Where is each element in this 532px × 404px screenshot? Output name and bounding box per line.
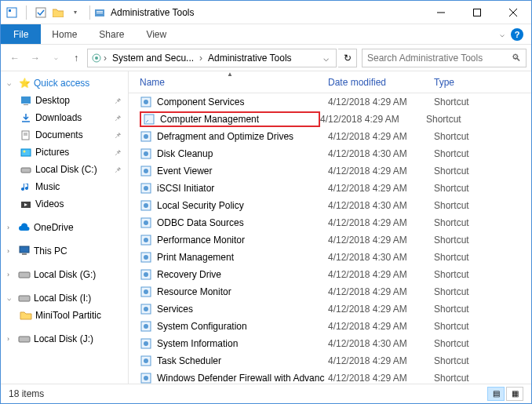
caret-icon[interactable]: › [7, 335, 15, 343]
svg-point-40 [144, 220, 148, 225]
shortcut-icon [140, 303, 152, 315]
file-tab[interactable]: File [1, 24, 41, 44]
file-row[interactable]: Task Scheduler4/12/2018 4:29 AMShortcut [129, 352, 531, 369]
column-type[interactable]: Type [434, 77, 454, 88]
chevron-icon[interactable]: › [199, 53, 202, 64]
svg-point-52 [144, 324, 148, 329]
file-list[interactable]: Component Services4/12/2018 4:29 AMShort… [129, 93, 531, 384]
file-row[interactable]: ODBC Data Sources4/12/2018 4:29 AMShortc… [129, 214, 531, 231]
item-icon [20, 111, 32, 124]
sidebar-item[interactable]: Videos [1, 195, 128, 213]
maximize-button[interactable] [459, 1, 495, 24]
icons-view-button[interactable]: ▦ [506, 387, 523, 401]
sidebar-item[interactable]: Downloads📌︎ [1, 109, 128, 126]
sidebar-folder[interactable]: MiniTool Partitic [1, 307, 128, 324]
tab-view[interactable]: View [135, 24, 177, 44]
svg-point-42 [144, 238, 148, 242]
file-row[interactable]: Defragment and Optimize Drives4/12/2018 … [129, 128, 531, 145]
breadcrumb[interactable]: › System and Secu... › Administrative To… [87, 49, 337, 67]
minimize-button[interactable] [423, 1, 459, 24]
file-row[interactable]: Computer Management4/12/2018 4:29 AMShor… [129, 111, 531, 128]
svg-point-44 [144, 255, 148, 260]
dropdown-icon[interactable]: ▾ [69, 6, 82, 19]
refresh-button[interactable]: ↻ [338, 49, 357, 67]
shortcut-icon [140, 337, 152, 350]
file-row[interactable]: Disk Cleanup4/12/2018 4:30 AMShortcut [129, 145, 531, 162]
search-icon[interactable]: 🔍︎ [512, 53, 521, 64]
caret-icon[interactable]: ⌵ [7, 294, 15, 302]
recent-dropdown[interactable]: ⌵ [46, 49, 65, 67]
pin-icon: 📌︎ [114, 131, 122, 140]
file-date: 4/12/2018 4:29 AM [328, 235, 434, 246]
sidebar-drive[interactable]: ⌵Local Disk (I:) [1, 289, 128, 307]
control-panel-icon[interactable] [91, 53, 102, 64]
file-row[interactable]: Performance Monitor4/12/2018 4:29 AMShor… [129, 231, 531, 249]
help-icon[interactable]: ? [511, 28, 523, 41]
chevron-icon[interactable]: › [104, 53, 107, 64]
svg-point-18 [24, 151, 26, 153]
caret-icon[interactable]: › [7, 271, 15, 278]
file-row[interactable]: Resource Monitor4/12/2018 4:29 AMShortcu… [129, 283, 531, 300]
file-row[interactable]: Event Viewer4/12/2018 4:29 AMShortcut [129, 162, 531, 180]
sidebar-onedrive[interactable]: › OneDrive [1, 219, 128, 236]
file-name: Recovery Drive [157, 269, 328, 280]
checkbox-icon[interactable] [35, 6, 47, 19]
file-row[interactable]: iSCSI Initiator4/12/2018 4:29 AMShortcut [129, 180, 531, 197]
sidebar-drive[interactable]: ›Local Disk (G:) [1, 266, 128, 283]
caret-icon[interactable]: › [7, 224, 15, 231]
svg-point-38 [144, 203, 148, 208]
file-date: 4/12/2018 4:29 AM [328, 166, 434, 177]
expand-ribbon-icon[interactable]: ⌵ [500, 30, 505, 38]
svg-point-27 [144, 100, 148, 104]
svg-rect-25 [19, 337, 30, 342]
shortcut-icon [140, 96, 152, 108]
tab-home[interactable]: Home [41, 24, 88, 44]
up-button[interactable]: ↑ [67, 49, 86, 67]
svg-rect-24 [19, 296, 30, 301]
file-row[interactable]: Local Security Policy4/12/2018 4:30 AMSh… [129, 197, 531, 214]
sidebar-item[interactable]: Music [1, 178, 128, 195]
file-row[interactable]: Windows Defender Firewall with Advanc4/1… [129, 369, 531, 384]
file-row[interactable]: Print Management4/12/2018 4:30 AMShortcu… [129, 249, 531, 266]
sidebar-item[interactable]: Documents📌︎ [1, 126, 128, 144]
svg-rect-12 [21, 96, 31, 104]
file-row[interactable]: System Information4/12/2018 4:30 AMShort… [129, 335, 531, 352]
sidebar-thispc[interactable]: › This PC [1, 242, 128, 260]
file-date: 4/12/2018 4:29 AM [328, 269, 434, 280]
close-button[interactable] [495, 1, 531, 24]
file-row[interactable]: Recovery Drive4/12/2018 4:29 AMShortcut [129, 266, 531, 283]
sidebar-drive[interactable]: ›Local Disk (J:) [1, 330, 128, 348]
sidebar-item[interactable]: Pictures📌︎ [1, 144, 128, 161]
properties-icon[interactable] [5, 6, 18, 19]
caret-icon[interactable]: › [7, 247, 15, 255]
search-box[interactable]: 🔍︎ [362, 49, 527, 67]
caret-icon[interactable]: ⌵ [7, 79, 15, 87]
back-button[interactable]: ← [5, 49, 24, 67]
column-name[interactable]: Name▲ [140, 77, 328, 88]
column-date[interactable]: Date modified [328, 77, 434, 88]
breadcrumb-item[interactable]: System and Secu... [108, 53, 198, 64]
sidebar-quick-access[interactable]: ⌵ ⭐ Quick access [1, 75, 128, 92]
file-type: Shortcut [434, 131, 469, 142]
sidebar-item-label: Downloads [35, 112, 82, 123]
breadcrumb-item[interactable]: Administrative Tools [204, 53, 296, 64]
file-row[interactable]: Services4/12/2018 4:29 AMShortcut [129, 300, 531, 318]
star-icon: ⭐ [18, 77, 31, 89]
shortcut-icon [140, 268, 152, 281]
sidebar-item[interactable]: Local Disk (C:)📌︎ [1, 161, 128, 178]
search-input[interactable] [367, 53, 512, 64]
separator [26, 5, 27, 20]
file-name: ODBC Data Sources [157, 217, 328, 228]
file-name: Services [157, 304, 328, 315]
svg-point-11 [95, 56, 98, 60]
tab-share[interactable]: Share [88, 24, 135, 44]
forward-button[interactable]: → [26, 49, 45, 67]
file-row[interactable]: Component Services4/12/2018 4:29 AMShort… [129, 93, 531, 111]
file-row[interactable]: System Configuration4/12/2018 4:29 AMSho… [129, 318, 531, 335]
window-icon [93, 6, 106, 19]
svg-rect-13 [24, 104, 28, 105]
breadcrumb-dropdown[interactable]: ⌵ [319, 53, 333, 64]
details-view-button[interactable]: ▤ [487, 387, 505, 401]
sidebar-item[interactable]: Desktop📌︎ [1, 92, 128, 109]
folder-icon[interactable] [52, 6, 64, 19]
